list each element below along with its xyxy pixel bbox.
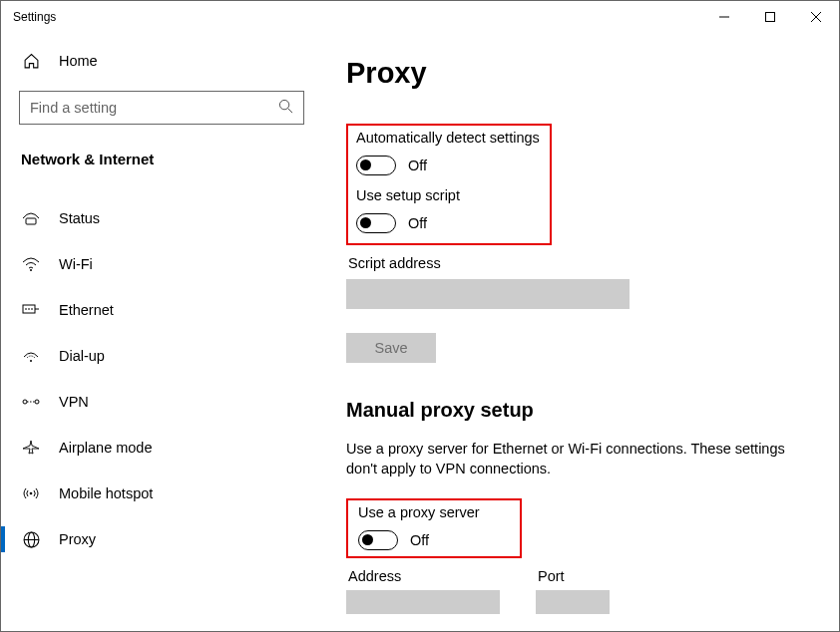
- sidebar-item-label: Dial-up: [59, 348, 105, 364]
- sidebar-item-label: Ethernet: [59, 302, 114, 318]
- search-box[interactable]: [19, 91, 304, 125]
- window-title: Settings: [13, 10, 56, 24]
- search-container: [1, 81, 322, 133]
- sidebar-item-label: Status: [59, 210, 100, 226]
- close-button[interactable]: [793, 1, 839, 33]
- use-proxy-highlight: Use a proxy server Off: [346, 498, 522, 558]
- use-proxy-label: Use a proxy server: [358, 504, 510, 520]
- sidebar-item-status[interactable]: Status: [1, 195, 322, 241]
- side-panel: Home Network & Internet Status: [1, 33, 322, 631]
- svg-point-17: [30, 492, 33, 495]
- use-proxy-state: Off: [410, 532, 429, 548]
- svg-point-14: [23, 400, 27, 404]
- home-icon: [21, 53, 41, 70]
- page-title: Proxy: [346, 57, 811, 90]
- status-icon: [21, 211, 41, 225]
- sidebar-item-label: VPN: [59, 394, 89, 410]
- close-icon: [811, 12, 821, 22]
- use-proxy-toggle[interactable]: [358, 530, 398, 550]
- airplane-icon: [21, 440, 41, 456]
- sidebar-item-hotspot[interactable]: Mobile hotspot: [1, 471, 322, 516]
- manual-proxy-desc: Use a proxy server for Ethernet or Wi-Fi…: [346, 440, 805, 478]
- settings-window: Settings Home: [0, 0, 840, 632]
- search-icon: [278, 99, 293, 118]
- titlebar: Settings: [1, 1, 839, 33]
- script-address-label: Script address: [348, 255, 811, 271]
- maximize-button[interactable]: [747, 1, 793, 33]
- address-column: Address: [346, 568, 500, 614]
- home-nav[interactable]: Home: [1, 41, 322, 81]
- ethernet-icon: [21, 303, 41, 317]
- sidebar-item-proxy[interactable]: Proxy: [1, 516, 322, 562]
- content-area: Home Network & Internet Status: [1, 33, 839, 631]
- minimize-icon: [719, 12, 729, 22]
- address-input[interactable]: [346, 590, 500, 614]
- sidebar-item-label: Airplane mode: [59, 440, 153, 456]
- setup-script-toggle-row: Off: [356, 213, 542, 233]
- svg-rect-6: [26, 218, 36, 224]
- auto-detect-state: Off: [408, 158, 427, 173]
- maximize-icon: [765, 12, 775, 22]
- sidebar-item-label: Mobile hotspot: [59, 485, 153, 501]
- auto-proxy-highlight: Automatically detect settings Off Use se…: [346, 124, 552, 245]
- svg-line-5: [288, 108, 292, 112]
- auto-detect-toggle[interactable]: [356, 156, 396, 175]
- proxy-icon: [21, 531, 41, 548]
- auto-detect-toggle-row: Off: [356, 156, 542, 175]
- setup-script-label: Use setup script: [356, 187, 542, 203]
- main-panel: Proxy Automatically detect settings Off …: [322, 33, 839, 631]
- wifi-icon: [21, 257, 41, 271]
- home-label: Home: [59, 53, 98, 69]
- use-proxy-toggle-row: Off: [358, 530, 510, 550]
- sidebar-item-label: Proxy: [59, 531, 96, 547]
- sidebar-item-airplane[interactable]: Airplane mode: [1, 425, 322, 471]
- setup-script-state: Off: [408, 215, 427, 231]
- address-label: Address: [348, 568, 500, 584]
- dialup-icon: [21, 349, 41, 363]
- manual-proxy-title: Manual proxy setup: [346, 399, 811, 422]
- sidebar-item-wifi[interactable]: Wi-Fi: [1, 241, 322, 287]
- port-label: Port: [538, 568, 610, 584]
- setup-script-toggle[interactable]: [356, 213, 396, 233]
- svg-point-4: [279, 100, 288, 109]
- script-address-input[interactable]: [346, 279, 630, 309]
- port-column: Port: [536, 568, 610, 614]
- address-port-row: Address Port: [346, 568, 811, 614]
- port-input[interactable]: [536, 590, 610, 614]
- hotspot-icon: [21, 485, 41, 501]
- category-header: Network & Internet: [1, 133, 322, 177]
- auto-detect-label: Automatically detect settings: [356, 130, 542, 146]
- sidebar-item-vpn[interactable]: VPN: [1, 379, 322, 425]
- svg-point-13: [30, 360, 32, 362]
- titlebar-controls: [701, 1, 839, 33]
- minimize-button[interactable]: [701, 1, 747, 33]
- sidebar-item-ethernet[interactable]: Ethernet: [1, 287, 322, 333]
- sidebar-item-label: Wi-Fi: [59, 256, 93, 272]
- svg-point-15: [35, 400, 39, 404]
- svg-rect-1: [766, 13, 775, 22]
- nav-list: Status Wi-Fi Ethernet: [1, 177, 322, 562]
- save-button[interactable]: Save: [346, 333, 436, 363]
- search-input[interactable]: [30, 100, 278, 116]
- svg-point-7: [30, 269, 32, 271]
- sidebar-item-dialup[interactable]: Dial-up: [1, 333, 322, 379]
- vpn-icon: [21, 395, 41, 409]
